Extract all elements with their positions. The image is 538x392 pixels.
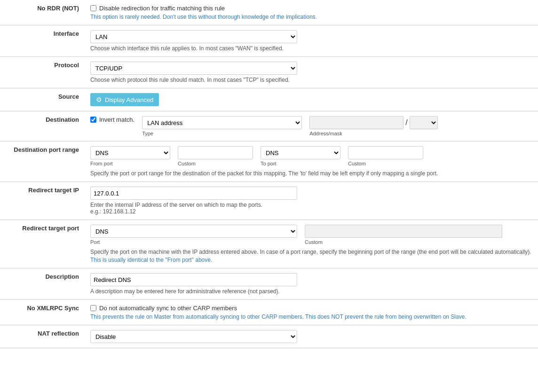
protocol-select[interactable]: TCP/UDP TCP UDP ICMP <box>90 62 297 75</box>
invert-group: Invert match. <box>90 116 134 123</box>
redirect-ip-input[interactable] <box>90 187 297 200</box>
interface-select[interactable]: LAN WAN LAN2 <box>90 30 297 43</box>
port-range-help: Specify the port or port range for the d… <box>90 170 532 177</box>
redirect-custom-label: Custom <box>305 239 502 245</box>
destination-label: Destination <box>0 111 85 141</box>
redirect-port-help2: This is usually identical to the "From p… <box>90 257 532 263</box>
nat-reflection-content: Disable Enable (NAT + Proxy) Enable (Pur… <box>85 325 538 348</box>
no-rdr-label: No RDR (NOT) <box>0 0 85 25</box>
dest-port-range-label: Destination port range <box>0 141 85 182</box>
dest-port-range-row: Destination port range DNS HTTP HTTPS FT… <box>0 141 538 182</box>
redirect-port-label: Redirect target port <box>0 220 85 268</box>
port-range-controls: DNS HTTP HTTPS FTP SMTP other From port … <box>90 146 532 166</box>
invert-checkbox-row: Invert match. <box>90 116 134 123</box>
interface-row: Interface LAN WAN LAN2 Choose which inte… <box>0 25 538 57</box>
redirect-port-row: Redirect target port DNS HTTP HTTPS FTP … <box>0 220 538 268</box>
no-rdr-checkbox-row: Disable redirection for traffic matching… <box>90 5 532 12</box>
from-custom-label: Custom <box>178 161 253 166</box>
description-content: A description may be entered here for ad… <box>85 268 538 300</box>
settings-form: No RDR (NOT) Disable redirection for tra… <box>0 0 538 348</box>
redirect-ip-example: e.g.: 192.168.1.12 <box>90 208 136 215</box>
no-xmlrpc-row: No XMLRPC Sync Do not automatically sync… <box>0 300 538 325</box>
mask-select[interactable]: 8 16 24 32 <box>410 116 438 129</box>
from-custom-group: Custom <box>178 146 253 166</box>
no-xmlrpc-checkbox-row: Do not automatically sync to other CARP … <box>90 305 532 312</box>
destination-address-group: / 8 16 24 32 Address/mask <box>309 116 437 136</box>
redirect-port-group: DNS HTTP HTTPS FTP SMTP other Port <box>90 225 297 245</box>
nat-reflection-label: NAT reflection <box>0 325 85 348</box>
destination-type-select[interactable]: LAN address WAN address any Single host … <box>142 116 302 129</box>
no-rdr-row: No RDR (NOT) Disable redirection for tra… <box>0 0 538 25</box>
source-content: ⚙ Display Advanced <box>85 88 538 111</box>
description-help: A description may be entered here for ad… <box>90 288 532 295</box>
source-row: Source ⚙ Display Advanced <box>0 88 538 111</box>
addr-mask-group: / 8 16 24 32 <box>309 116 437 129</box>
from-port-select[interactable]: DNS HTTP HTTPS FTP SMTP other <box>90 146 170 159</box>
protocol-content: TCP/UDP TCP UDP ICMP Choose which protoc… <box>85 57 538 88</box>
redirect-port-label-sub: Port <box>90 239 297 245</box>
no-xmlrpc-help: This prevents the rule on Master from au… <box>90 314 532 320</box>
to-port-select[interactable]: DNS HTTP HTTPS FTP SMTP other <box>261 146 340 159</box>
to-custom-group: Custom <box>348 146 423 166</box>
to-port-label: To port <box>261 161 340 166</box>
protocol-label: Protocol <box>0 57 85 88</box>
protocol-help: Choose which protocol this rule should m… <box>90 77 532 83</box>
redirect-ip-row: Redirect target IP Enter the internal IP… <box>0 182 538 220</box>
destination-controls: Invert match. LAN address WAN address an… <box>90 116 532 136</box>
redirect-custom-input[interactable] <box>305 225 502 238</box>
destination-type-group: LAN address WAN address any Single host … <box>142 116 302 136</box>
description-label: Description <box>0 268 85 300</box>
no-xmlrpc-content: Do not automatically sync to other CARP … <box>85 300 538 325</box>
no-rdr-checkbox-label: Disable redirection for traffic matching… <box>99 5 225 12</box>
redirect-port-help1: Specify the port on the machine with the… <box>90 249 532 255</box>
no-rdr-help: This option is rarely needed. Don't use … <box>90 14 532 20</box>
no-xmlrpc-checkbox[interactable] <box>90 305 96 311</box>
interface-label: Interface <box>0 25 85 57</box>
protocol-row: Protocol TCP/UDP TCP UDP ICMP Choose whi… <box>0 57 538 88</box>
redirect-custom-group: Custom <box>305 225 502 245</box>
redirect-ip-content: Enter the internal IP address of the ser… <box>85 182 538 220</box>
destination-row: Destination Invert match. LAN address WA… <box>0 111 538 141</box>
redirect-ip-help: Enter the internal IP address of the ser… <box>90 202 532 215</box>
no-rdr-checkbox[interactable] <box>90 5 96 11</box>
description-row: Description A description may be entered… <box>0 268 538 300</box>
nat-reflection-row: NAT reflection Disable Enable (NAT + Pro… <box>0 325 538 348</box>
dest-port-range-content: DNS HTTP HTTPS FTP SMTP other From port … <box>85 141 538 182</box>
display-advanced-button[interactable]: ⚙ Display Advanced <box>90 93 159 106</box>
redirect-ip-help-text: Enter the internal IP address of the ser… <box>90 202 262 208</box>
address-mask-label: Address/mask <box>309 131 437 136</box>
from-port-group: DNS HTTP HTTPS FTP SMTP other From port <box>90 146 170 166</box>
interface-content: LAN WAN LAN2 Choose which interface this… <box>85 25 538 57</box>
no-xmlrpc-label: No XMLRPC Sync <box>0 300 85 325</box>
to-custom-label: Custom <box>348 161 423 166</box>
display-advanced-label: Display Advanced <box>105 96 153 103</box>
from-port-label: From port <box>90 161 170 166</box>
destination-content: Invert match. LAN address WAN address an… <box>85 111 538 141</box>
slash-separator: / <box>404 118 408 127</box>
gear-icon: ⚙ <box>96 96 102 103</box>
description-input[interactable] <box>90 273 297 286</box>
redirect-port-controls: DNS HTTP HTTPS FTP SMTP other Port Custo… <box>90 225 532 245</box>
to-port-group: DNS HTTP HTTPS FTP SMTP other To port <box>261 146 340 166</box>
redirect-port-select[interactable]: DNS HTTP HTTPS FTP SMTP other <box>90 225 297 238</box>
redirect-port-content: DNS HTTP HTTPS FTP SMTP other Port Custo… <box>85 220 538 268</box>
redirect-ip-label: Redirect target IP <box>0 182 85 220</box>
from-custom-input[interactable] <box>178 146 253 159</box>
invert-match-label: Invert match. <box>99 116 134 123</box>
no-rdr-content: Disable redirection for traffic matching… <box>85 0 538 25</box>
address-input[interactable] <box>309 116 404 129</box>
no-xmlrpc-checkbox-label: Do not automatically sync to other CARP … <box>99 305 237 312</box>
redirect-port-help1-text: Specify the port on the machine with the… <box>90 249 531 255</box>
to-custom-input[interactable] <box>348 146 423 159</box>
source-label: Source <box>0 88 85 111</box>
nat-reflection-select[interactable]: Disable Enable (NAT + Proxy) Enable (Pur… <box>90 330 297 343</box>
interface-help: Choose which interface this rule applies… <box>90 45 532 52</box>
invert-match-checkbox[interactable] <box>90 117 96 123</box>
destination-type-label: Type <box>142 131 302 136</box>
